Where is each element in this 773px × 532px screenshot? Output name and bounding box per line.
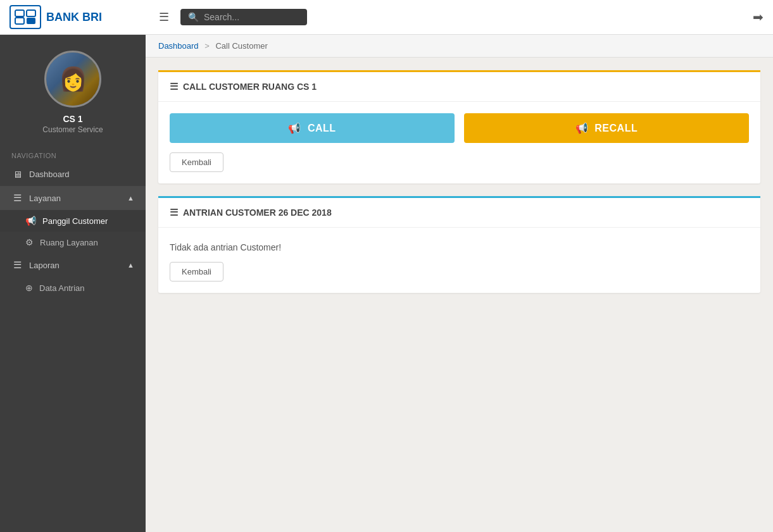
call-header-icon: ☰: [170, 81, 178, 92]
sidebar-item-data-antrian[interactable]: ⊕ Data Antrian: [0, 277, 146, 299]
svg-rect-3: [27, 18, 35, 24]
call-btn-label: CALL: [308, 123, 336, 134]
sidebar-item-dashboard-label: Dashboard: [29, 170, 70, 179]
call-customer-card: ☰ CALL CUSTOMER RUANG CS 1 📢 CALL 📢 RECA…: [158, 70, 760, 183]
search-icon: 🔍: [188, 12, 199, 22]
nav-label: Navigation: [0, 147, 146, 163]
profile-name: CS 1: [63, 114, 82, 124]
sidebar-item-layanan-label: Layanan: [29, 194, 61, 203]
layanan-chevron: ▲: [127, 194, 134, 202]
svg-rect-0: [15, 10, 24, 16]
call-buttons-row: 📢 CALL 📢 RECALL: [170, 113, 749, 143]
logo-text: BANK BRI: [46, 11, 102, 24]
content-area: Dashboard > Call Customer ☰ CALL CUSTOME…: [146, 35, 773, 532]
layanan-icon: ☰: [11, 192, 23, 204]
antrian-back-button[interactable]: Kembali: [170, 262, 223, 281]
svg-rect-1: [15, 18, 24, 24]
panggil-icon: 📢: [25, 216, 36, 226]
main-layout: 👩 CS 1 Customer Service Navigation 🖥 Das…: [0, 35, 773, 532]
call-button[interactable]: 📢 CALL: [170, 113, 455, 143]
search-input[interactable]: [204, 12, 292, 22]
sidebar-item-dashboard[interactable]: 🖥 Dashboard: [0, 163, 146, 186]
breadcrumb: Dashboard > Call Customer: [146, 35, 773, 58]
call-customer-body: 📢 CALL 📢 RECALL Kembali: [158, 102, 760, 183]
sidebar-item-data-antrian-label: Data Antrian: [39, 283, 85, 293]
call-back-button[interactable]: Kembali: [170, 152, 223, 172]
ruang-icon: ⚙: [25, 237, 34, 247]
call-btn-icon: 📢: [288, 122, 301, 134]
bank-bri-logo: [9, 5, 41, 29]
sidebar-item-panggil-customer[interactable]: 📢 Panggil Customer: [0, 210, 146, 232]
antrian-customer-card: ☰ ANTRIAN CUSTOMER 26 DEC 2018 Tidak ada…: [158, 196, 760, 293]
recall-btn-icon: 📢: [575, 122, 589, 134]
sidebar-item-ruang-layanan[interactable]: ⚙ Ruang Layanan: [0, 232, 146, 253]
data-antrian-icon: ⊕: [25, 283, 33, 293]
no-antrian-message: Tidak ada antrian Customer!: [170, 239, 749, 262]
antrian-header-icon: ☰: [170, 207, 178, 218]
breadcrumb-separator: >: [204, 41, 210, 51]
antrian-customer-body: Tidak ada antrian Customer! Kembali: [158, 228, 760, 293]
svg-rect-2: [27, 10, 35, 16]
antrian-customer-title: ANTRIAN CUSTOMER 26 DEC 2018: [183, 207, 332, 218]
logo-area: BANK BRI: [9, 5, 155, 29]
sidebar-item-ruang-label: Ruang Layanan: [40, 238, 98, 247]
avatar: 👩: [44, 51, 101, 108]
sidebar-item-laporan[interactable]: ☰ Laporan ▲: [0, 253, 146, 277]
profile-role: Customer Service: [42, 125, 103, 134]
topbar: BANK BRI ☰ 🔍 ➡: [0, 0, 773, 35]
call-customer-header: ☰ CALL CUSTOMER RUANG CS 1: [158, 70, 760, 102]
breadcrumb-home[interactable]: Dashboard: [158, 41, 199, 51]
dashboard-icon: 🖥: [11, 169, 23, 180]
laporan-icon: ☰: [11, 259, 23, 271]
sidebar: 👩 CS 1 Customer Service Navigation 🖥 Das…: [0, 35, 146, 532]
sidebar-item-laporan-label: Laporan: [29, 261, 60, 270]
topbar-right: ➡: [753, 9, 764, 25]
sidebar-item-panggil-label: Panggil Customer: [42, 216, 108, 226]
logout-button[interactable]: ➡: [753, 9, 764, 25]
recall-button[interactable]: 📢 RECALL: [464, 113, 749, 143]
page-content: ☰ CALL CUSTOMER RUANG CS 1 📢 CALL 📢 RECA…: [146, 58, 773, 318]
call-customer-title: CALL CUSTOMER RUANG CS 1: [183, 82, 317, 92]
search-box: 🔍: [180, 9, 307, 25]
recall-btn-label: RECALL: [594, 123, 638, 134]
avatar-image: 👩: [46, 51, 99, 108]
profile-area: 👩 CS 1 Customer Service: [0, 35, 146, 147]
antrian-customer-header: ☰ ANTRIAN CUSTOMER 26 DEC 2018: [158, 196, 760, 228]
sidebar-item-layanan[interactable]: ☰ Layanan ▲: [0, 186, 146, 210]
laporan-chevron: ▲: [127, 261, 134, 269]
breadcrumb-current: Call Customer: [215, 41, 267, 51]
hamburger-button[interactable]: ☰: [155, 6, 173, 28]
